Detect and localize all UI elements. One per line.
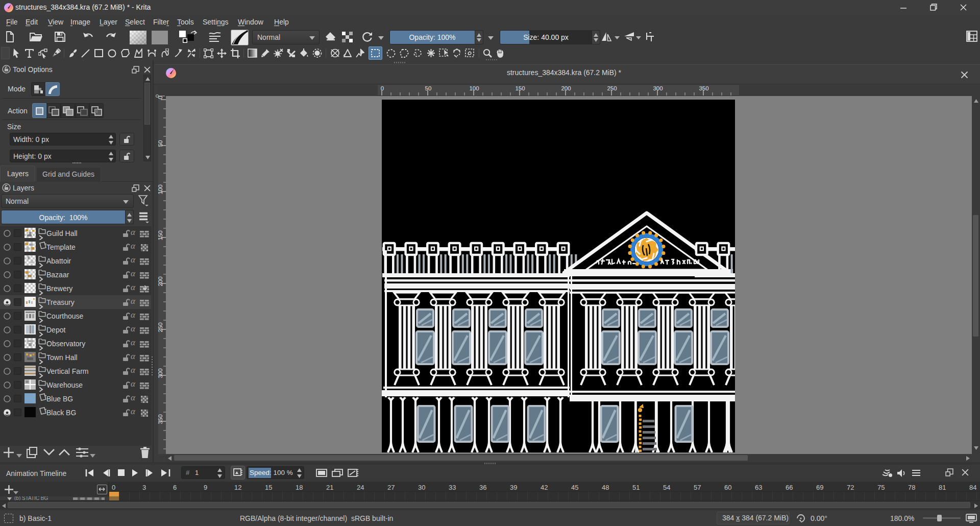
svg-text:300: 300 — [653, 85, 663, 91]
svg-text:250: 250 — [607, 85, 617, 91]
svg-text:0: 0 — [381, 85, 384, 91]
svg-text:50: 50 — [425, 85, 432, 91]
svg-text:350: 350 — [158, 414, 163, 424]
svg-text:100: 100 — [158, 184, 163, 194]
svg-text:200: 200 — [561, 85, 571, 91]
svg-text:100: 100 — [469, 85, 479, 91]
svg-text:250: 250 — [158, 322, 163, 332]
svg-text:150: 150 — [515, 85, 525, 91]
svg-text:200: 200 — [158, 276, 163, 286]
svg-text:150: 150 — [158, 230, 163, 240]
svg-text:300: 300 — [158, 368, 163, 378]
svg-text:350: 350 — [699, 85, 708, 91]
svg-text:50: 50 — [158, 140, 163, 147]
